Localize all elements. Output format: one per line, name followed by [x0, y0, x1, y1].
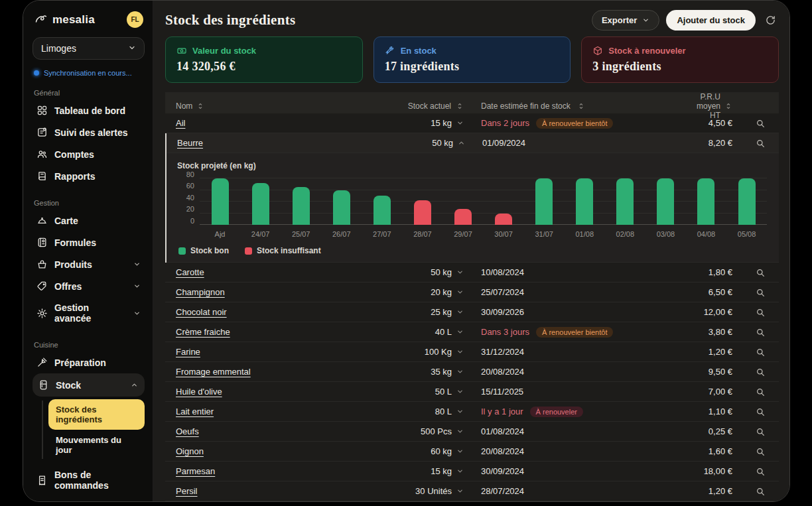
- sidebar-item-formules[interactable]: Formules: [33, 231, 145, 253]
- mesalia-swirl-logo-icon: [34, 13, 48, 27]
- search-icon[interactable]: [742, 407, 779, 417]
- x-label-slot: 27/07: [362, 230, 402, 238]
- chevron-down-icon[interactable]: [456, 348, 464, 355]
- chevron-down-icon[interactable]: [456, 408, 464, 415]
- cell-date: 10/08/2024: [464, 267, 689, 277]
- user-avatar[interactable]: FL: [127, 11, 143, 28]
- ingredient-link[interactable]: Oeufs: [176, 426, 199, 436]
- cell-stock: 60 kg: [364, 446, 464, 456]
- stock-value: 50 kg: [432, 138, 453, 148]
- ingredient-link[interactable]: Huile d'olive: [176, 387, 222, 397]
- cell-date: 28/07/2024: [464, 486, 689, 496]
- export-button[interactable]: Exporter: [592, 10, 659, 31]
- cell-stock: 500 Pcs: [364, 426, 464, 436]
- sidebar-item-produits[interactable]: Produits: [33, 253, 145, 275]
- sidebar-item-label: Offres: [54, 281, 82, 292]
- tag-icon: [36, 281, 48, 292]
- chevron-down-icon[interactable]: [456, 269, 464, 276]
- sidebar-item-bons-de-commandes[interactable]: Bons de commandes: [33, 464, 145, 496]
- refresh-icon[interactable]: [762, 12, 779, 29]
- chevron-down-icon[interactable]: [456, 388, 464, 395]
- sidebar-item-comptes[interactable]: Comptes: [33, 143, 145, 165]
- ingredient-link[interactable]: Farine: [176, 347, 200, 357]
- report-book-icon: [36, 170, 48, 182]
- legend-swatch-icon: [245, 247, 252, 255]
- search-icon[interactable]: [742, 486, 779, 497]
- bar-slot: [605, 178, 645, 225]
- table-row: Oeufs500 Pcs01/08/20240,25 €: [165, 422, 779, 442]
- sidebar-subitem-mouvements-du-jour[interactable]: Mouvements du jour: [48, 430, 145, 460]
- chevron-down-icon[interactable]: [456, 448, 464, 455]
- ingredient-link[interactable]: Beurre: [177, 138, 203, 148]
- x-tick-label: 28/07: [413, 230, 432, 238]
- search-icon[interactable]: [742, 367, 779, 377]
- sidebar-item-offres[interactable]: Offres: [33, 275, 145, 297]
- sidebar-item-preparation[interactable]: Préparation: [33, 351, 145, 373]
- search-icon[interactable]: [742, 446, 779, 457]
- bar-slot: [524, 178, 565, 225]
- search-icon[interactable]: [742, 327, 779, 338]
- sidebar-item-suivi-des-alertes[interactable]: Suivi des alertes: [33, 121, 145, 143]
- chevron-down-icon[interactable]: [456, 368, 464, 375]
- date-value: Dans 2 jours: [481, 118, 529, 128]
- sidebar-item-recettes[interactable]: Recettes: [33, 496, 145, 501]
- cell-date: 01/09/2024: [465, 138, 691, 148]
- column-header-nom[interactable]: Nom: [165, 101, 364, 111]
- sidebar-subitem-stock-des-ingredients[interactable]: Stock des ingrédients: [48, 399, 145, 430]
- search-icon[interactable]: [742, 138, 779, 149]
- ingredient-link[interactable]: Lait entier: [176, 407, 214, 416]
- ingredient-link[interactable]: Ail: [176, 118, 185, 128]
- sidebar-item-stock[interactable]: Stock: [33, 373, 145, 397]
- sidebar-item-tableau-de-bord[interactable]: Tableau de bord: [33, 99, 145, 121]
- bar-03-08: [657, 178, 674, 225]
- sidebar-item-label: Suivi des alertes: [54, 127, 128, 138]
- search-icon[interactable]: [742, 466, 779, 477]
- sidebar-item-carte[interactable]: Carte: [33, 210, 145, 231]
- column-header-label: Date estimée fin de stock: [481, 101, 571, 111]
- cell-name: Champignon: [165, 287, 364, 297]
- chevron-down-icon[interactable]: [456, 288, 464, 296]
- ingredient-link[interactable]: Chocolat noir: [176, 307, 227, 317]
- search-icon[interactable]: [742, 387, 779, 397]
- search-icon[interactable]: [742, 347, 779, 357]
- chevron-down-icon[interactable]: [456, 487, 464, 495]
- chevron-down-icon[interactable]: [456, 428, 464, 435]
- chevron-down-icon[interactable]: [456, 468, 464, 475]
- search-icon[interactable]: [742, 307, 779, 318]
- column-header-date-estimee-fin-de-stock[interactable]: Date estimée fin de stock: [464, 101, 689, 111]
- cell-name: Oeufs: [165, 426, 364, 436]
- chevron-down-icon[interactable]: [456, 308, 464, 316]
- add-stock-button[interactable]: Ajouter du stock: [666, 10, 756, 31]
- ingredient-link[interactable]: Parmesan: [176, 466, 215, 476]
- chevron-down-icon: [133, 310, 141, 317]
- chevron-down-icon[interactable]: [456, 119, 464, 127]
- ingredient-link[interactable]: Champignon: [176, 287, 225, 297]
- sidebar-item-gestion-avancee[interactable]: Gestion avancée: [33, 297, 145, 329]
- search-icon[interactable]: [742, 118, 779, 129]
- table-row: Carotte50 kg10/08/20241,80 €: [165, 263, 779, 283]
- sidebar-item-label: Bons de commandes: [54, 470, 141, 491]
- alert-file-icon: [36, 127, 48, 138]
- bar-slot: [686, 178, 726, 225]
- search-icon[interactable]: [742, 267, 779, 278]
- cell-name: Ail: [165, 118, 364, 128]
- x-label-slot: 03/08: [645, 230, 686, 238]
- cell-price: 8,20 €: [691, 138, 742, 148]
- cell-price: 18,00 €: [689, 466, 742, 476]
- column-header-stock-actuel[interactable]: Stock actuel: [364, 101, 464, 111]
- chevron-down-icon: [133, 283, 141, 290]
- ingredient-link[interactable]: Carotte: [176, 267, 204, 277]
- ingredient-link[interactable]: Crème fraiche: [176, 327, 230, 337]
- search-icon[interactable]: [742, 426, 779, 437]
- chevron-down-icon[interactable]: [456, 328, 464, 336]
- search-icon[interactable]: [742, 287, 779, 298]
- sidebar-item-rapports[interactable]: Rapports: [33, 165, 145, 187]
- stat-card-label: Stock à renouveler: [608, 46, 685, 56]
- carrot-icon: [385, 45, 395, 56]
- ingredient-link[interactable]: Persil: [176, 486, 198, 496]
- chevron-up-icon[interactable]: [458, 139, 465, 147]
- stock-value: 20 kg: [431, 287, 452, 297]
- ingredient-link[interactable]: Fromage emmental: [176, 367, 251, 377]
- ingredient-link[interactable]: Oignon: [176, 446, 204, 456]
- location-selector[interactable]: Limoges: [33, 37, 145, 60]
